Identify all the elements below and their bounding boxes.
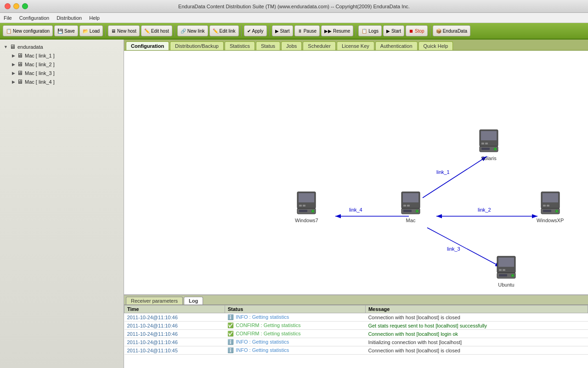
- menu-help[interactable]: Help: [89, 15, 100, 21]
- sidebar-item-link1[interactable]: ▶ 🖥 Mac [ link_1 ]: [10, 51, 122, 60]
- col-status: Status: [225, 305, 365, 313]
- start2-button[interactable]: ▶ Start: [383, 25, 404, 36]
- tab-authentication[interactable]: Authentication: [375, 41, 418, 50]
- separator-2: [175, 25, 175, 36]
- edit-host-button[interactable]: ✏️ Edit host: [141, 25, 172, 36]
- log-cell-message: Initializing connection with host [local…: [365, 338, 588, 346]
- tab-statistics[interactable]: Statistics: [225, 41, 255, 50]
- link3-line[interactable]: [427, 228, 501, 267]
- link2-label: link_2: [478, 207, 491, 213]
- tab-distribution-backup[interactable]: Distribution/Backup: [170, 41, 224, 50]
- svg-rect-10: [403, 193, 418, 202]
- tab-scheduler[interactable]: Scheduler: [303, 41, 336, 50]
- host-icon-2: 🖥: [17, 61, 23, 68]
- log-row: 2011-10-24@11:10:46ℹ️INFO : Getting stat…: [124, 313, 588, 322]
- load-icon: 📂: [83, 29, 88, 34]
- new-host-button[interactable]: 🖥 New host: [108, 25, 140, 36]
- pause-icon: ⏸: [298, 29, 302, 34]
- load-button[interactable]: 📂 Load: [79, 25, 103, 36]
- start-icon: ▶: [275, 29, 279, 34]
- save-icon: 💾: [57, 29, 63, 34]
- logs-button[interactable]: 📋 Logs: [358, 25, 382, 36]
- menu-distribution[interactable]: Distribution: [57, 15, 82, 21]
- edit-link-button[interactable]: ✏️ Edit link: [209, 25, 239, 36]
- log-cell-message: Get stats request sent to host [localhos…: [365, 322, 588, 330]
- separator-4: [269, 25, 270, 36]
- server-icon-solaris: [478, 129, 500, 154]
- svg-rect-31: [498, 258, 514, 267]
- svg-point-22: [311, 210, 314, 213]
- log-tab-receiver-parameters[interactable]: Receiver parameters: [126, 297, 183, 305]
- node-windows7[interactable]: Windows7: [295, 191, 318, 223]
- separator-6: [430, 25, 430, 36]
- col-message: Message: [365, 305, 588, 313]
- sidebar-item-link2[interactable]: ▶ 🖥 Mac [ link_2 ]: [10, 60, 122, 69]
- node-solaris[interactable]: Solaris: [478, 129, 500, 161]
- log-table[interactable]: Time Status Message 2011-10-24@11:10:46ℹ…: [124, 305, 588, 368]
- log-row: 2011-10-24@11:10:46✅CONFIRM : Getting st…: [124, 330, 588, 338]
- save-button[interactable]: 💾 Save: [54, 25, 78, 36]
- menubar: File Configuration Distribution Help: [0, 13, 588, 23]
- svg-rect-28: [543, 210, 551, 212]
- menu-file[interactable]: File: [4, 15, 12, 21]
- col-time: Time: [124, 305, 225, 313]
- separator-3: [241, 25, 242, 36]
- sidebar-item-link3[interactable]: ▶ 🖥 Mac [ link_3 ]: [10, 69, 122, 77]
- sidebar-children: ▶ 🖥 Mac [ link_1 ] ▶ 🖥 Mac [ link_2 ] ▶ …: [10, 51, 122, 86]
- enduradata-button[interactable]: 📦 EnduraData: [433, 25, 470, 36]
- svg-rect-3: [481, 131, 497, 140]
- svg-rect-14: [403, 210, 412, 212]
- expand-arrow-2: ▶: [12, 62, 15, 67]
- svg-rect-35: [499, 274, 507, 276]
- maximize-button[interactable]: [22, 3, 28, 9]
- new-link-button[interactable]: 🔗 New link: [177, 25, 208, 36]
- log-cell-message: Connection with host [localhost] login o…: [365, 330, 588, 338]
- link1-line[interactable]: [423, 156, 487, 198]
- new-configuration-button[interactable]: 📋 New configuration: [3, 25, 53, 36]
- tab-jobs[interactable]: Jobs: [281, 41, 302, 50]
- separator-1: [105, 25, 106, 36]
- menu-configuration[interactable]: Configuration: [19, 15, 49, 21]
- log-tab-log[interactable]: Log: [184, 297, 203, 305]
- svg-rect-7: [481, 148, 490, 150]
- svg-point-36: [511, 274, 514, 277]
- node-ubuntu[interactable]: Ubuntu: [495, 255, 517, 288]
- svg-rect-11: [403, 205, 406, 207]
- edit-host-icon: ✏️: [144, 29, 150, 34]
- pause-button[interactable]: ⏸ Pause: [294, 25, 320, 36]
- close-button[interactable]: [5, 3, 11, 9]
- sidebar-item-root[interactable]: ▼ 🖥 enduradata: [2, 42, 122, 51]
- apply-button[interactable]: ✔ Apply: [244, 25, 267, 36]
- window-controls[interactable]: [5, 3, 28, 9]
- svg-rect-24: [543, 193, 558, 202]
- tab-quick-help[interactable]: Quick Help: [418, 41, 453, 50]
- sidebar-item-link4[interactable]: ▶ 🖥 Mac [ link_4 ]: [10, 77, 122, 86]
- resume-button[interactable]: ▶▶ Resume: [321, 25, 353, 36]
- sidebar: ▼ 🖥 enduradata ▶ 🖥 Mac [ link_1 ] ▶ 🖥 Ma…: [0, 40, 124, 368]
- tab-status[interactable]: Status: [256, 41, 280, 50]
- log-cell-message: Connection with host [localhost] is clos…: [365, 313, 588, 322]
- expand-arrow-1: ▶: [12, 53, 15, 58]
- svg-point-15: [416, 210, 418, 213]
- node-label-windows7: Windows7: [295, 218, 318, 223]
- stop-button[interactable]: ⏹ Stop: [406, 25, 428, 36]
- log-tabs: Receiver parameters Log: [124, 295, 588, 305]
- tab-license-key[interactable]: License Key: [337, 41, 374, 50]
- new-link-icon: 🔗: [181, 29, 186, 34]
- network-svg: link_1 link_2 link_3 link_4: [124, 51, 588, 294]
- log-row: 2011-10-24@11:10:46✅CONFIRM : Getting st…: [124, 322, 588, 330]
- tab-configuration[interactable]: Configuration: [126, 41, 169, 50]
- host-icon-4: 🖥: [17, 78, 23, 85]
- new-host-icon: 🖥: [111, 29, 116, 34]
- minimize-button[interactable]: [13, 3, 19, 9]
- log-cell-time: 2011-10-24@11:10:46: [124, 313, 225, 322]
- start-button[interactable]: ▶ Start: [272, 25, 293, 36]
- node-label-windowsxp: WindowsXP: [537, 218, 564, 223]
- node-windowsxp[interactable]: WindowsXP: [537, 191, 564, 223]
- svg-rect-12: [407, 205, 410, 207]
- node-mac[interactable]: Mac: [400, 191, 422, 223]
- log-cell-status: ℹ️INFO : Getting statistics: [225, 346, 365, 355]
- content-area: Configuration Distribution/Backup Statis…: [124, 40, 588, 368]
- log-cell-status: ℹ️INFO : Getting statistics: [225, 338, 365, 346]
- svg-rect-19: [303, 205, 305, 207]
